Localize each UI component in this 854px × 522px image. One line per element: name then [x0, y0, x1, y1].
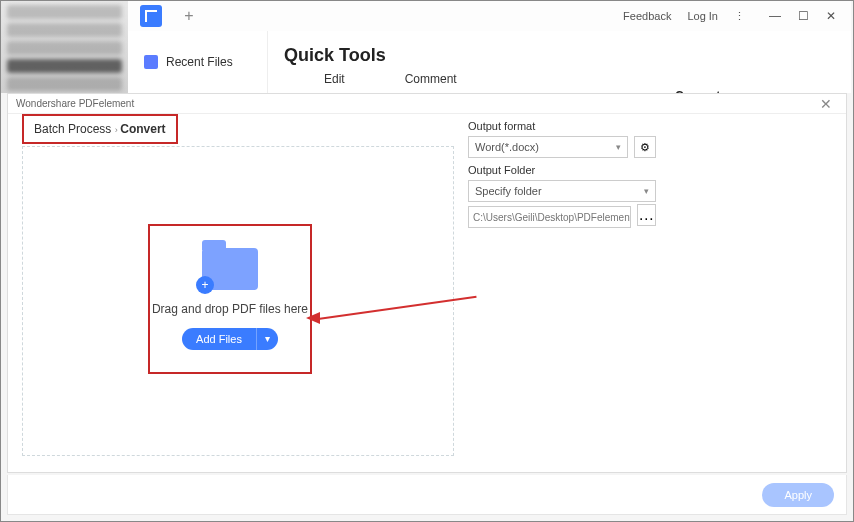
nav-label: Recent Files [166, 55, 233, 69]
login-link[interactable]: Log In [687, 10, 718, 22]
plus-icon: + [196, 276, 214, 294]
title-bar: + Feedback Log In ⋮ — ☐ ✕ [128, 1, 851, 31]
output-folder-label: Output Folder [468, 164, 656, 176]
breadcrumb-batch[interactable]: Batch Process [34, 122, 111, 136]
dialog-close-button[interactable]: ✕ [814, 96, 838, 112]
recent-files-icon [144, 55, 158, 69]
add-files-dropdown[interactable]: ▾ [256, 328, 278, 350]
add-files-button[interactable]: Add Files [182, 328, 256, 350]
chevron-down-icon: ▾ [644, 186, 649, 196]
maximize-button[interactable]: ☐ [789, 2, 817, 30]
path-value: C:\Users\Geili\Desktop\PDFelement\Cc [473, 212, 631, 223]
drop-label: Drag and drop PDF files here [152, 302, 308, 316]
folder-icon: + [202, 248, 258, 290]
format-settings-button[interactable]: ⚙ [634, 136, 656, 158]
annotation-arrow [286, 292, 466, 332]
breadcrumb-convert: Convert [120, 122, 165, 136]
breadcrumb: Batch Process › Convert [22, 114, 178, 144]
new-tab-button[interactable]: + [180, 7, 198, 25]
folder-value: Specify folder [475, 185, 542, 197]
tab-comment[interactable]: Comment [405, 72, 457, 86]
batch-dialog: Wondershare PDFelement ✕ Batch Process ›… [7, 93, 847, 473]
browse-folder-button[interactable]: … [637, 204, 656, 226]
dialog-footer: Apply [7, 475, 847, 515]
left-nav: Recent Files [128, 31, 268, 93]
options-panel: Output format Word(*.docx) ▾ ⚙ Output Fo… [468, 114, 656, 228]
chevron-down-icon: ▾ [616, 142, 621, 152]
minimize-button[interactable]: — [761, 2, 789, 30]
apply-button[interactable]: Apply [762, 483, 834, 507]
kebab-menu-icon[interactable]: ⋮ [734, 10, 745, 23]
app-logo-icon [140, 5, 162, 27]
output-path-field[interactable]: C:\Users\Geili\Desktop\PDFelement\Cc [468, 206, 631, 228]
output-format-label: Output format [468, 120, 656, 132]
page-title: Quick Tools [284, 45, 835, 66]
tab-edit[interactable]: Edit [324, 72, 345, 86]
output-folder-select[interactable]: Specify folder ▾ [468, 180, 656, 202]
feedback-link[interactable]: Feedback [623, 10, 671, 22]
close-window-button[interactable]: ✕ [817, 2, 845, 30]
nav-recent-files[interactable]: Recent Files [140, 49, 255, 75]
format-value: Word(*.docx) [475, 141, 539, 153]
output-format-select[interactable]: Word(*.docx) ▾ [468, 136, 628, 158]
external-sidebar [1, 1, 128, 93]
dialog-title: Wondershare PDFelement [16, 98, 134, 109]
